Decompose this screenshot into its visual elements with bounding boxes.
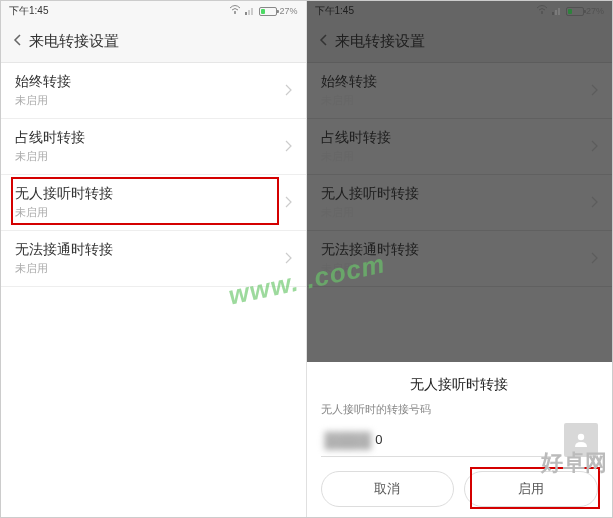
svg-point-4 [541, 12, 543, 14]
confirm-button[interactable]: 启用 [464, 471, 598, 507]
chevron-right-icon [590, 138, 598, 156]
status-time: 下午1:45 [9, 4, 48, 18]
item-title: 无法接通时转接 [15, 241, 113, 259]
chevron-right-icon [590, 194, 598, 212]
svg-rect-3 [251, 8, 253, 15]
item-unreachable-forward: 无法接通时转接 未启用 [307, 231, 613, 287]
phone-screen-right: 下午1:45 27% 来电转接设置 [307, 1, 613, 517]
item-sub: 未启用 [321, 261, 419, 276]
item-unreachable-forward[interactable]: 无法接通时转接 未启用 [1, 231, 306, 287]
battery-pct: 27% [586, 6, 604, 16]
battery-indicator: 27% [259, 6, 297, 16]
chevron-right-icon [590, 82, 598, 100]
chevron-right-icon [284, 250, 292, 268]
cancel-button[interactable]: 取消 [321, 471, 455, 507]
signal-icon [245, 5, 255, 17]
sheet-title: 无人接听时转接 [321, 376, 599, 394]
item-title: 无人接听时转接 [15, 185, 113, 203]
chevron-right-icon [284, 138, 292, 156]
action-sheet: 无人接听时转接 无人接听时的转接号码 ▓▓▓▓ 取消 启用 [307, 362, 613, 517]
item-no-answer-forward[interactable]: 无人接听时转接 未启用 [1, 175, 306, 231]
status-bar: 下午1:45 27% [307, 1, 613, 21]
item-busy-forward: 占线时转接 未启用 [307, 119, 613, 175]
wifi-icon [536, 5, 548, 17]
item-sub: 未启用 [321, 205, 419, 220]
wifi-icon [229, 5, 241, 17]
status-time: 下午1:45 [315, 4, 354, 18]
item-always-forward[interactable]: 始终转接 未启用 [1, 63, 306, 119]
back-icon[interactable] [317, 33, 331, 51]
back-icon[interactable] [11, 33, 25, 51]
battery-indicator: 27% [566, 6, 604, 16]
page-title: 来电转接设置 [29, 32, 119, 51]
svg-rect-5 [552, 12, 554, 15]
chevron-right-icon [284, 82, 292, 100]
item-sub: 未启用 [15, 93, 71, 108]
item-busy-forward[interactable]: 占线时转接 未启用 [1, 119, 306, 175]
svg-point-8 [578, 434, 584, 440]
battery-pct: 27% [279, 6, 297, 16]
chevron-right-icon [590, 250, 598, 268]
settings-list: 始终转接 未启用 占线时转接 未启用 无人接听时转接 未启用 [1, 63, 306, 517]
forward-number-input[interactable] [371, 423, 401, 457]
item-sub: 未启用 [321, 149, 391, 164]
svg-rect-7 [558, 8, 560, 15]
signal-icon [552, 5, 562, 17]
svg-rect-6 [555, 10, 557, 15]
pick-contact-button[interactable] [564, 423, 598, 457]
page-title: 来电转接设置 [335, 32, 425, 51]
nav-bar: 来电转接设置 [307, 21, 613, 63]
item-sub: 未启用 [321, 93, 377, 108]
item-title: 占线时转接 [321, 129, 391, 147]
item-title: 占线时转接 [15, 129, 85, 147]
item-title: 始终转接 [321, 73, 377, 91]
svg-rect-2 [248, 10, 250, 15]
input-masked-prefix: ▓▓▓▓ [325, 431, 372, 449]
sheet-field-label: 无人接听时的转接号码 [321, 402, 599, 417]
item-title: 无人接听时转接 [321, 185, 419, 203]
item-sub: 未启用 [15, 261, 113, 276]
item-sub: 未启用 [15, 149, 85, 164]
item-title: 始终转接 [15, 73, 71, 91]
svg-rect-1 [245, 12, 247, 15]
item-always-forward: 始终转接 未启用 [307, 63, 613, 119]
item-sub: 未启用 [15, 205, 113, 220]
chevron-right-icon [284, 194, 292, 212]
nav-bar: 来电转接设置 [1, 21, 306, 63]
item-no-answer-forward: 无人接听时转接 未启用 [307, 175, 613, 231]
svg-point-0 [234, 12, 236, 14]
phone-screen-left: 下午1:45 27% 来电转接设置 [1, 1, 307, 517]
status-bar: 下午1:45 27% [1, 1, 306, 21]
item-title: 无法接通时转接 [321, 241, 419, 259]
